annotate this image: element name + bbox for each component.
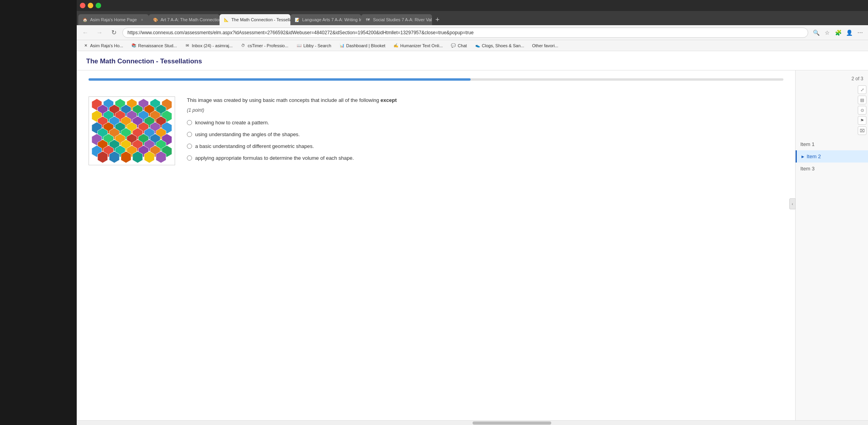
tab-social-studies[interactable]: 🗺 Social Studies 7 A-A: River Valley... … <box>361 14 432 25</box>
question-text-area: This image was created by using basic ma… <box>187 96 783 167</box>
sidebar-item-3[interactable]: Item 3 <box>796 163 868 175</box>
bookmark8-label: Chat <box>458 43 467 48</box>
tab2-favicon: 🎨 <box>153 17 158 22</box>
bookmark5-label: Libby - Search <box>303 43 331 48</box>
left-dark-panel <box>0 0 77 425</box>
help-icon-button[interactable]: ⊙ <box>858 106 866 115</box>
radio-opt3[interactable] <box>187 144 192 149</box>
tab3-favicon: 📐 <box>223 17 229 22</box>
bookmark4-label: csTimer - Professio... <box>247 43 288 48</box>
sidebar-counter: 2 of 3 <box>796 74 868 85</box>
page-header: The Math Connection - Tessellations <box>77 51 868 70</box>
option2-label: using understanding the angles of the sh… <box>195 131 300 138</box>
bookmark3-favicon: ✉ <box>185 43 190 48</box>
title-bar <box>77 0 868 11</box>
question-content: This image was created by using basic ma… <box>89 89 783 175</box>
refresh-button[interactable]: ↻ <box>108 27 119 38</box>
sidebar-item2-label: Item 2 <box>807 153 821 159</box>
bookmark6-label: Dashboard | Blooket <box>346 43 385 48</box>
horizontal-scroll-thumb[interactable] <box>473 421 551 425</box>
page-title: The Math Connection - Tessellations <box>86 57 202 65</box>
main-layout: This image was created by using basic ma… <box>77 70 868 420</box>
question-area: This image was created by using basic ma… <box>77 70 795 420</box>
bookmark-chat[interactable]: 💬 Chat <box>447 42 470 49</box>
title-bar-controls <box>80 3 101 8</box>
bookmark7-label: Humanizer Text Onli... <box>400 43 443 48</box>
extensions-icon[interactable]: 🧩 <box>833 28 843 37</box>
settings-icon[interactable]: ⋯ <box>855 28 865 37</box>
tab-math-connection[interactable]: 📐 The Math Connection - Tessellati... × <box>220 14 290 25</box>
tab-home[interactable]: 🏠 Asim Raja's Home Page × <box>78 14 149 25</box>
bookmark5-favicon: 📖 <box>296 43 302 48</box>
maximize-window-button[interactable] <box>96 3 101 8</box>
radio-opt4[interactable] <box>187 155 192 161</box>
option1-label: knowing how to create a pattern. <box>195 119 269 126</box>
sidebar-item-2[interactable]: Item 2 <box>796 150 868 163</box>
flag-icon-button[interactable]: ⚑ <box>858 116 866 125</box>
bookmark-asim-home[interactable]: ✕ Asim Raja's Ho... <box>80 42 126 49</box>
sidebar-item1-label: Item 1 <box>800 141 814 147</box>
bottom-scrollbar[interactable] <box>77 420 868 425</box>
answer-option-3[interactable]: a basic understanding of different geome… <box>187 143 783 150</box>
bookmark2-favicon: 📚 <box>131 43 137 48</box>
question-sidebar: 2 of 3 ⤢ ▤ ⊙ ⚑ ⌧ Item 1 Item 2 Item 3 <box>795 70 868 420</box>
tab1-close[interactable]: × <box>139 17 145 22</box>
option3-label: a basic understanding of different geome… <box>195 143 314 150</box>
browser-window: 🏠 Asim Raja's Home Page × 🎨 Art 7 A-A: T… <box>77 0 868 425</box>
bookmark-libby[interactable]: 📖 Libby - Search <box>293 42 334 49</box>
bookmark1-favicon: ✕ <box>83 43 89 48</box>
bookmark-clogs[interactable]: 👟 Clogs, Shoes & San... <box>472 42 528 49</box>
minimize-window-button[interactable] <box>88 3 93 8</box>
tab1-label: Asim Raja's Home Page <box>90 17 137 22</box>
option4-label: applying appropriate formulas to determi… <box>195 155 354 162</box>
radio-opt2[interactable] <box>187 132 192 137</box>
fullscreen-icon-button[interactable]: ⤢ <box>858 85 866 94</box>
bookmark-other-favorites[interactable]: Other favori... <box>529 42 561 49</box>
forward-button[interactable]: → <box>94 27 105 38</box>
bookmark-renaissance[interactable]: 📚 Renaissance Stud... <box>128 42 180 49</box>
refresh-icon: ↻ <box>111 29 116 36</box>
close-icon-button[interactable]: ⌧ <box>858 126 866 135</box>
question-text-before: This image was created by using basic ma… <box>187 97 380 103</box>
sidebar-item3-label: Item 3 <box>800 166 814 172</box>
other-favorites-label: Other favori... <box>532 43 558 48</box>
back-icon: ← <box>82 29 89 36</box>
tessellation-image <box>89 96 175 165</box>
search-icon[interactable]: 🔍 <box>811 28 821 37</box>
radio-opt1[interactable] <box>187 120 192 125</box>
tab3-label: The Math Connection - Tessellati... <box>231 17 290 22</box>
address-bar-icons: 🔍 ☆ 🧩 👤 ⋯ <box>811 28 865 37</box>
bookmark-cstimer[interactable]: ⏱ csTimer - Professio... <box>237 42 292 49</box>
bookmark-humanizer[interactable]: ✍ Humanizer Text Onli... <box>390 42 446 49</box>
bookmark4-favicon: ⏱ <box>240 43 246 48</box>
address-bar: ← → ↻ 🔍 ☆ 🧩 👤 ⋯ <box>77 25 868 40</box>
bookmark9-favicon: 👟 <box>475 43 480 48</box>
bookmark-star-icon[interactable]: ☆ <box>822 28 832 37</box>
question-points: (1 point) <box>187 107 783 113</box>
answer-option-1[interactable]: knowing how to create a pattern. <box>187 119 783 126</box>
profile-icon[interactable]: 👤 <box>844 28 854 37</box>
bookmark9-label: Clogs, Shoes & San... <box>482 43 524 48</box>
collapse-sidebar-button[interactable]: ‹ <box>789 198 796 209</box>
tab-language-arts[interactable]: 📝 Language Arts 7 A-A: Writing Inf... × <box>290 14 361 25</box>
bookmark-inbox[interactable]: ✉ Inbox (24) - asimraj... <box>181 42 236 49</box>
bookmarks-bar: ✕ Asim Raja's Ho... 📚 Renaissance Stud..… <box>77 40 868 51</box>
question-image-container <box>89 96 175 167</box>
progress-bar-fill <box>89 78 471 81</box>
bookmark2-label: Renaissance Stud... <box>138 43 177 48</box>
list-view-icon-button[interactable]: ▤ <box>858 96 866 104</box>
bookmark8-favicon: 💬 <box>451 43 456 48</box>
answer-option-2[interactable]: using understanding the angles of the sh… <box>187 131 783 138</box>
new-tab-button[interactable]: + <box>432 14 443 25</box>
answer-option-4[interactable]: applying appropriate formulas to determi… <box>187 155 783 162</box>
close-window-button[interactable] <box>80 3 85 8</box>
bookmark7-favicon: ✍ <box>393 43 399 48</box>
url-input[interactable] <box>122 28 808 38</box>
question-text: This image was created by using basic ma… <box>187 96 783 104</box>
bookmark6-favicon: 📊 <box>339 43 345 48</box>
tab5-label: Social Studies 7 A-A: River Valley... <box>373 17 432 22</box>
back-button[interactable]: ← <box>80 27 91 38</box>
tab-art[interactable]: 🎨 Art 7 A-A: The Math Connection × <box>149 14 220 25</box>
sidebar-item-1[interactable]: Item 1 <box>796 138 868 150</box>
bookmark-blooket[interactable]: 📊 Dashboard | Blooket <box>336 42 388 49</box>
